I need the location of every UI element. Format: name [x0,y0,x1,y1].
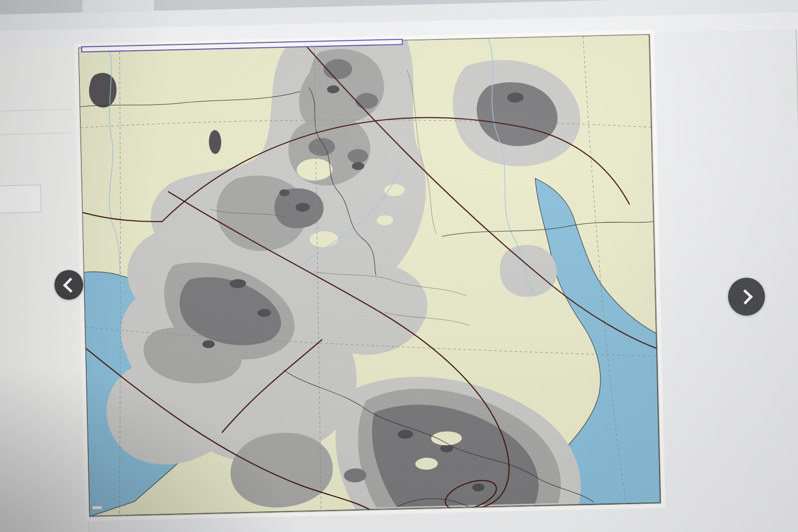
sidebar-divider [0,109,72,111]
monitor-screen [0,0,798,532]
page-content [0,29,798,532]
map-legend [633,29,798,532]
chevron-left-icon [63,277,78,293]
sidebar-divider [0,133,72,135]
chevron-right-icon [737,289,753,304]
weather-map[interactable] [78,34,661,517]
select-region-button[interactable] [0,185,41,214]
model-info-label [92,505,102,510]
map-canvas [79,34,661,517]
